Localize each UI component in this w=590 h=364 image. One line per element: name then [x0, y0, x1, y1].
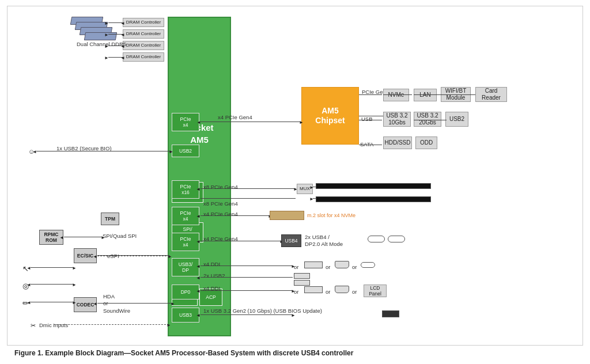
usb2-secure-label: 1x USB2 (Secure BIO): [56, 145, 112, 152]
dram-ctrl-1: DRAM Controller: [123, 18, 164, 27]
usb3-dp-block: USB3/DP: [172, 258, 199, 276]
x4-pcie-label: x4 PCIe Gen4: [218, 114, 252, 121]
hdmi-connector-2: [335, 286, 349, 293]
pcie-x4-m2: PCIex4: [172, 207, 199, 225]
usbc-3: [361, 262, 375, 268]
m2-label: m.2 slot for x4 NVMe: [307, 213, 355, 219]
usbc-1: [368, 236, 385, 242]
dram-ctrl-2: DRAM Controller: [123, 29, 164, 39]
hda-label: HDAorSoundWire: [103, 293, 130, 314]
x4-pcie-m2-label: x4 PCIe Gen4: [203, 211, 238, 218]
usb4-box: USB4: [281, 234, 301, 247]
dp-connector-1: [304, 261, 323, 268]
pcie-x16-block: PCIex16: [172, 180, 199, 199]
usba-bios: [382, 310, 399, 317]
usb2-secure-block: USB2: [172, 145, 199, 157]
usb-label-chipset: USB: [361, 116, 373, 123]
ddr-label: Dual Channel DDR5: [77, 41, 126, 48]
sata-label-chipset: SATA: [360, 141, 373, 148]
x8-pcie-1-label: x8 PCIe Gen4: [203, 184, 238, 191]
odd-box: ODD: [415, 136, 437, 149]
x2-usb2-label: 2x USB2: [203, 272, 225, 279]
usba-1: [294, 273, 310, 279]
card-reader-box: CardReader: [475, 87, 507, 102]
dp0-block: DP0: [172, 285, 199, 299]
dram-ctrl-4: DRAM Controller: [123, 52, 164, 62]
hdd-ssd-box: HDD/SSD: [383, 136, 412, 149]
usb4-dp-label: 2x USB4 /DP2.0 Alt Mode: [305, 234, 343, 248]
figure-caption: Figure 1. Example Block Diagram—Socket A…: [6, 349, 584, 357]
usb2-out-box: USB2: [445, 112, 468, 127]
spi-quad-label: SPI/Quad SPI: [103, 233, 137, 240]
x4-pcie-usb4-label: x4 PCIe Gen4: [203, 236, 238, 242]
x4-ddi-1-label: x4 DDI: [203, 261, 220, 268]
x8-pcie-2-label: x8 PCIe Gen4: [203, 200, 238, 207]
usb3-block: USB3: [172, 308, 199, 323]
espi-label: eSPI: [107, 253, 119, 260]
pcie-slot-1: [316, 183, 431, 189]
x4-ddi-2-label: x4 DDI: [203, 285, 220, 292]
dmic-icon: ✂: [31, 322, 36, 329]
usb32-gen2-label: 1x USB 3.2 Gen2 (10 Gbps) (USB BIOS Upda…: [203, 308, 322, 314]
dmic-label: Dmic Inputs: [39, 322, 68, 329]
dram-ctrl-3: DRAM Controller: [123, 41, 164, 50]
dp-connector-2: [304, 286, 323, 293]
pcie-x4-usb4: PCIex4: [172, 233, 199, 251]
lan-box: LAN: [414, 89, 437, 101]
nvme-box: NVMe: [383, 89, 409, 101]
camera-icon: ☺: [28, 148, 35, 155]
am5-chipset: AM5Chipset: [301, 87, 359, 145]
usb32-20-box: USB 3.220Gbs: [414, 112, 441, 127]
lcd-panel-box: LCDPanel: [364, 285, 387, 297]
diagram-container: DRAM Controller DRAM Controller DRAM Con…: [7, 6, 583, 346]
tpm-chip: TPM: [101, 213, 119, 225]
pcie-x4-chipset: PCIex4: [172, 113, 199, 131]
usbc-2: [388, 236, 405, 242]
pcie-slot-2: [316, 196, 431, 202]
usba-2: [294, 280, 310, 286]
hdmi-connector-1: [335, 261, 349, 268]
usb32-10-box: USB 3.210Gbs: [383, 112, 411, 127]
m2-slot-box: [270, 211, 304, 220]
